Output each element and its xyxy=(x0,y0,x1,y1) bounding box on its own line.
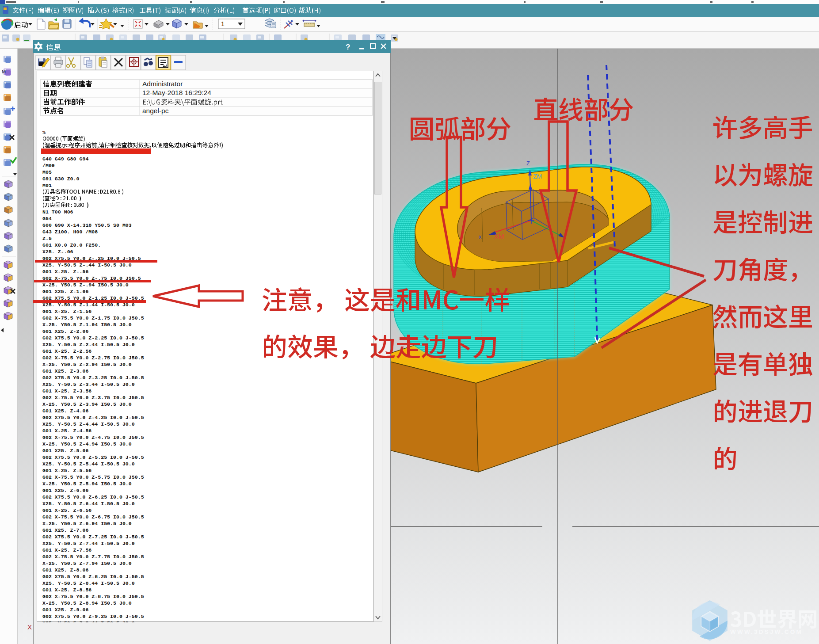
svg-text:WWW.3DSJW.COM: WWW.3DSJW.COM xyxy=(730,629,803,635)
